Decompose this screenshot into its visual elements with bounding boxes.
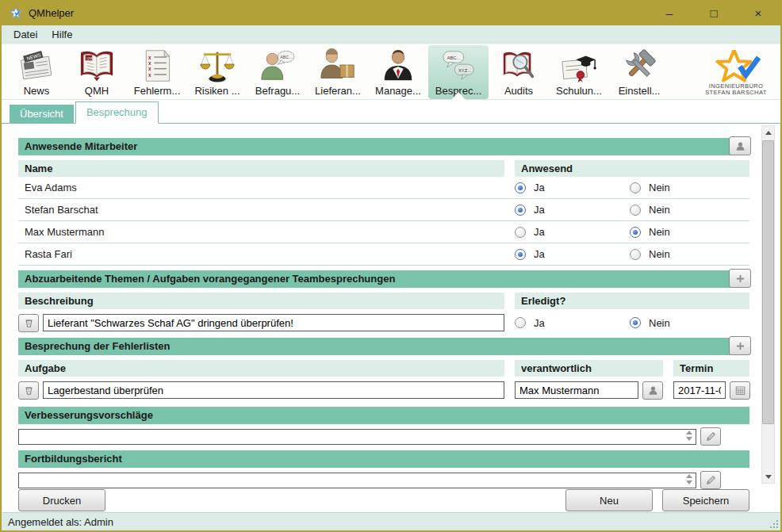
vertical-scrollbar[interactable] xyxy=(761,125,775,484)
attendee-present-no[interactable]: Nein xyxy=(630,248,745,260)
attendee-present-no[interactable]: Nein xyxy=(630,226,745,238)
app-star-icon xyxy=(10,6,22,19)
add-person-button[interactable] xyxy=(729,136,751,155)
topic-done-yes[interactable]: Ja xyxy=(515,317,630,329)
scroll-down-button[interactable] xyxy=(762,470,774,483)
toolbar-item-fehlermeldungen[interactable]: x x x x Fehlerm... xyxy=(127,45,187,99)
add-topic-button[interactable] xyxy=(729,269,751,288)
section-header-attendees: Anwesende Mitarbeiter xyxy=(18,138,749,155)
newspaper-icon: NEWS xyxy=(18,47,55,85)
main-toolbar: NEWS News QM QMH xyxy=(2,44,780,100)
column-header-aufgabe: Aufgabe xyxy=(18,360,504,377)
toolbar-item-management[interactable]: Manage... xyxy=(368,45,428,99)
calendar-icon xyxy=(735,385,746,396)
checklist-icon: x x x x xyxy=(140,47,174,85)
star-check-logo-icon xyxy=(710,50,762,83)
column-header-verantwortlich: verantwortlich xyxy=(515,360,663,377)
scrollbar-thumb[interactable] xyxy=(762,140,774,424)
book-icon: QM xyxy=(79,47,115,85)
menu-bar: Datei Hilfe xyxy=(2,25,780,44)
attendee-row: Max Mustermann Ja Nein xyxy=(18,221,749,243)
delete-topic-button[interactable] xyxy=(18,314,39,332)
plus-icon xyxy=(736,274,745,283)
logo-text-line2: STEFAN BARSCHAT xyxy=(705,90,767,96)
attendee-present-yes[interactable]: Ja xyxy=(515,204,630,216)
company-logo: INGENIEURBÜRO STEFAN BARSCHAT xyxy=(695,45,777,99)
pick-person-button[interactable] xyxy=(642,381,663,400)
delivery-person-icon xyxy=(320,47,356,85)
chevron-down-icon xyxy=(765,475,772,479)
radio-no-label: Nein xyxy=(649,204,670,216)
topic-description-input[interactable] xyxy=(43,314,504,331)
attendee-present-no[interactable]: Nein xyxy=(630,182,745,193)
person-icon xyxy=(648,385,658,396)
toolbar-label: Risiken ... xyxy=(194,85,240,97)
radio-yes[interactable] xyxy=(515,249,526,260)
column-header-beschreibung: Beschreibung xyxy=(18,293,504,309)
attendee-present-yes[interactable]: Ja xyxy=(515,248,630,260)
toolbar-label: Befragu... xyxy=(255,85,300,97)
section-title: Fortbildungsbericht xyxy=(25,453,122,465)
save-button[interactable]: Speichern xyxy=(662,489,749,511)
attendee-present-yes[interactable]: Ja xyxy=(515,226,630,238)
menu-datei[interactable]: Datei xyxy=(6,25,44,44)
training-input[interactable] xyxy=(18,473,696,488)
attendee-present-yes[interactable]: Ja xyxy=(515,182,630,193)
radio-yes[interactable] xyxy=(515,182,526,193)
print-button[interactable]: Drucken xyxy=(18,489,105,511)
attendee-present-no[interactable]: Nein xyxy=(630,204,745,216)
minimize-button[interactable]: – xyxy=(647,0,692,25)
radio-no-label: Nein xyxy=(649,182,670,193)
column-header-termin: Termin xyxy=(673,360,749,377)
person-icon xyxy=(735,141,746,151)
calendar-button[interactable] xyxy=(730,381,750,400)
radio-yes[interactable] xyxy=(515,205,526,216)
resize-grip[interactable] xyxy=(770,520,778,528)
improvements-input[interactable] xyxy=(18,429,696,445)
attendee-name: Rasta Fari xyxy=(18,248,504,260)
radio-yes[interactable] xyxy=(515,317,526,328)
new-button[interactable]: Neu xyxy=(565,489,653,511)
toolbar-item-einstellungen[interactable]: Einstell... xyxy=(609,45,669,99)
toolbar-item-lieferanten[interactable]: Lieferan... xyxy=(308,45,368,99)
toolbar-item-befragungen[interactable]: ABC… Befragu... xyxy=(247,45,308,99)
radio-no[interactable] xyxy=(630,317,641,328)
radio-yes-label: Ja xyxy=(534,317,545,329)
topic-done-no[interactable]: Nein xyxy=(630,317,745,329)
edit-improvements-button[interactable] xyxy=(700,427,721,446)
toolbar-item-news[interactable]: NEWS News xyxy=(6,45,67,99)
task-input[interactable] xyxy=(43,381,504,399)
due-date-input[interactable] xyxy=(673,381,726,399)
attendees-rows: Eva Adams Ja Nein Stefan Barschat Ja Nei… xyxy=(18,177,749,266)
toolbar-item-risiken[interactable]: Risiken ... xyxy=(187,45,247,99)
delete-task-button[interactable] xyxy=(18,381,39,400)
toolbar-item-schulungen[interactable]: Schulun... xyxy=(549,45,609,99)
radio-no[interactable] xyxy=(630,249,641,260)
add-task-button[interactable] xyxy=(729,336,751,355)
scroll-spinner[interactable] xyxy=(684,474,695,484)
radio-no[interactable] xyxy=(630,205,641,216)
tab-bar: Übersicht Besprechung xyxy=(2,100,780,124)
main-content: Anwesende Mitarbeiter Name Anwesend Eva … xyxy=(2,124,780,512)
responsible-input[interactable] xyxy=(515,381,638,399)
pencil-icon xyxy=(706,475,716,485)
attendee-row: Eva Adams Ja Nein xyxy=(18,177,749,199)
tools-icon xyxy=(621,47,657,85)
maximize-button[interactable]: □ xyxy=(692,0,736,25)
tab-besprechung[interactable]: Besprechung xyxy=(75,101,159,124)
menu-hilfe[interactable]: Hilfe xyxy=(44,25,79,44)
tab-uebersicht[interactable]: Übersicht xyxy=(10,105,74,123)
toolbar-item-audits[interactable]: Audits xyxy=(489,45,549,99)
edit-training-button[interactable] xyxy=(700,471,721,489)
svg-text:ABC…: ABC… xyxy=(280,55,293,59)
close-button[interactable]: × xyxy=(736,0,780,25)
scroll-up-button[interactable] xyxy=(762,126,774,139)
scroll-spinner[interactable] xyxy=(684,431,695,441)
radio-yes[interactable] xyxy=(515,227,526,238)
column-header-anwesend: Anwesend xyxy=(515,160,749,177)
radio-no[interactable] xyxy=(630,182,641,193)
toolbar-item-qmh[interactable]: QM QMH xyxy=(67,45,127,99)
section-title: Abzuarbeitende Themen / Aufgaben vorange… xyxy=(25,273,395,285)
radio-no[interactable] xyxy=(630,227,641,238)
toolbar-item-besprechungen[interactable]: ABC… XYZ… Besprec... xyxy=(428,45,489,99)
